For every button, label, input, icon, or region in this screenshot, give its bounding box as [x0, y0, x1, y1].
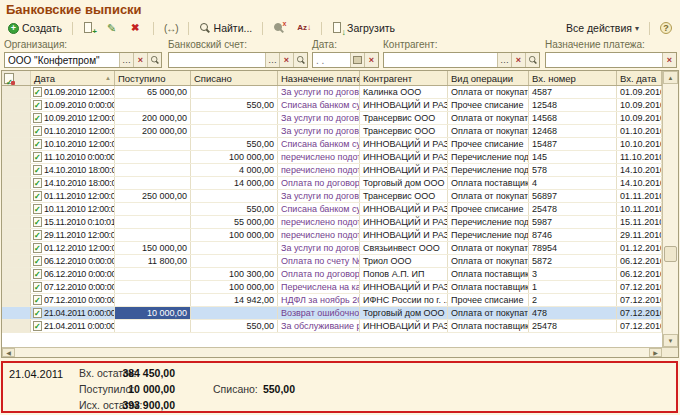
cell-operation[interactable]: Перечисление подот... [448, 216, 529, 228]
cell-date[interactable]: 01.10.2010 12:00:00 [31, 125, 115, 137]
calendar-button[interactable] [350, 53, 364, 67]
cell-operation[interactable]: Оплата от покупателя [448, 190, 529, 202]
row-status-cell[interactable] [2, 125, 31, 137]
open-button[interactable] [147, 53, 161, 67]
cell-in-number[interactable]: 8746 [529, 229, 617, 241]
table-row[interactable]: 10.10.2010 12:00:00550,00Списана банком … [2, 138, 662, 151]
cell-received[interactable]: 150 000,00 [115, 242, 191, 254]
cell-counterparty[interactable]: Связьинвест ООО [360, 242, 448, 254]
cell-purpose[interactable]: Оплата по договору ... [278, 268, 360, 280]
table-row[interactable]: 01.12.2010 12:00:00150 000,00За услуги п… [2, 242, 662, 255]
find-button[interactable]: Найти... [195, 20, 257, 36]
row-status-cell[interactable] [2, 242, 31, 254]
cell-received[interactable] [115, 138, 191, 150]
table-row[interactable]: 11.10.2010 0:00:00100 000,00перечислено … [2, 151, 662, 164]
cell-in-date[interactable]: 10.10.2010 [617, 138, 662, 150]
cell-date[interactable]: 01.12.2010 12:00:00 [31, 242, 115, 254]
cell-in-number[interactable]: 25478 [529, 320, 617, 332]
cell-in-number[interactable]: 3 [529, 268, 617, 280]
load-button[interactable]: ↓ Загрузить [328, 20, 399, 36]
cell-received[interactable] [115, 320, 191, 332]
scroll-left-icon[interactable]: ◀ [2, 348, 15, 357]
cell-written-off[interactable]: 14 942,00 [191, 294, 278, 306]
row-status-cell[interactable] [2, 216, 31, 228]
all-actions-button[interactable]: Все действия ▾ [562, 20, 643, 36]
cell-in-number[interactable]: 56897 [529, 190, 617, 202]
column-header-written-off[interactable]: Списано [191, 71, 278, 85]
cell-written-off[interactable]: 550,00 [191, 320, 278, 332]
cell-purpose[interactable]: За услуги по договор... [278, 190, 360, 202]
cell-written-off[interactable]: 100 000,00 [191, 229, 278, 241]
cell-purpose[interactable]: перечислено подотчет [278, 216, 360, 228]
table-row[interactable]: 21.04.2011 0:00:0010 000,00Возврат ошибо… [2, 307, 662, 320]
table-row[interactable]: 07.12.2010 0:00:0014 942,00НДФЛ за ноябр… [2, 294, 662, 307]
cell-in-date[interactable]: 11.10.2010 [617, 151, 662, 163]
column-header-date[interactable]: Дата▲ [31, 71, 115, 85]
cell-written-off[interactable] [191, 190, 278, 202]
cell-purpose[interactable]: За услуги по договор... [278, 112, 360, 124]
delete-button[interactable]: ✖ [127, 20, 147, 36]
column-header-in-date[interactable]: Вх. дата [617, 71, 662, 85]
cell-counterparty[interactable]: ИННОВАЦИЙ И РАЗ... [360, 164, 448, 176]
table-row[interactable]: 01.10.2010 12:00:00200 000,00За услуги п… [2, 125, 662, 138]
scroll-down-icon[interactable]: ▼ [663, 334, 678, 347]
cell-counterparty[interactable]: ИННОВАЦИЙ И РАЗ... [360, 320, 448, 332]
cell-counterparty[interactable]: Трансервис ООО [360, 125, 448, 137]
cell-operation[interactable]: Прочее списание [448, 99, 529, 111]
cell-in-number[interactable]: 1 [529, 281, 617, 293]
cell-date[interactable]: 06.12.2010 0:00:00 [31, 268, 115, 280]
cell-in-date[interactable]: 10.09.2010 [617, 99, 662, 111]
cell-counterparty[interactable]: Трансервис ООО [360, 190, 448, 202]
cell-in-date[interactable]: 07.12.2010 [617, 307, 662, 319]
edit-button[interactable]: ✎ [103, 20, 123, 36]
row-status-cell[interactable] [2, 268, 31, 280]
row-status-cell[interactable] [2, 164, 31, 176]
cell-purpose[interactable]: За услуги по договор... [278, 242, 360, 254]
horizontal-scrollbar[interactable]: ◀ ▶ [2, 347, 662, 357]
column-header-operation[interactable]: Вид операции [448, 71, 529, 85]
cell-written-off[interactable]: 55 000,00 [191, 216, 278, 228]
cell-counterparty[interactable]: Трансервис ООО [360, 112, 448, 124]
row-status-cell[interactable] [2, 190, 31, 202]
cell-operation[interactable]: Прочее списание [448, 203, 529, 215]
cell-operation[interactable]: Оплата от покупателя [448, 255, 529, 267]
cell-received[interactable] [115, 281, 191, 293]
cell-counterparty[interactable]: ИННОВАЦИЙ И РАЗ... [360, 229, 448, 241]
cell-operation[interactable]: Оплата от покупателя [448, 307, 529, 319]
bank-account-input[interactable] [169, 53, 265, 67]
cell-received[interactable] [115, 203, 191, 215]
cell-received[interactable] [115, 229, 191, 241]
column-header-purpose[interactable]: Назначение платежа [278, 71, 360, 85]
row-status-cell[interactable] [2, 138, 31, 150]
cell-in-number[interactable]: 478 [529, 307, 617, 319]
cell-operation[interactable]: Прочее списание [448, 294, 529, 306]
cell-purpose[interactable]: За услуги по договор... [278, 86, 360, 98]
cell-written-off[interactable]: 14 000,00 [191, 177, 278, 189]
table-row[interactable]: 06.12.2010 0:00:00100 300,00Оплата по до… [2, 268, 662, 281]
cell-in-date[interactable]: 07.12.2010 [617, 281, 662, 293]
table-row[interactable]: 15.11.2010 0:10:0155 000,00перечислено п… [2, 216, 662, 229]
cell-counterparty[interactable]: ИННОВАЦИЙ И РАЗ... [360, 216, 448, 228]
cell-operation[interactable]: Оплата от покупателя [448, 112, 529, 124]
row-status-cell[interactable] [2, 177, 31, 189]
cell-written-off[interactable] [191, 242, 278, 254]
table-row[interactable]: 10.09.2010 12:00:00200 000,00За услуги п… [2, 112, 662, 125]
cell-date[interactable]: 01.11.2010 12:00:00 [31, 190, 115, 202]
row-status-cell[interactable] [2, 307, 31, 319]
cell-written-off[interactable]: 4 000,00 [191, 164, 278, 176]
column-header-counterparty[interactable]: Контрагент [360, 71, 448, 85]
cell-written-off[interactable]: 100 000,00 [191, 151, 278, 163]
cell-in-date[interactable]: 14.10.2010 [617, 164, 662, 176]
cell-written-off[interactable] [191, 255, 278, 267]
table-row[interactable]: 29.11.2010 12:00:00100 000,00перечислено… [2, 229, 662, 242]
cell-in-date[interactable]: 15.11.2010 [617, 216, 662, 228]
cell-in-number[interactable]: 12468 [529, 125, 617, 137]
choose-button[interactable]: … [497, 53, 511, 67]
cancel-search-button[interactable]: x [269, 20, 289, 36]
date-input[interactable] [313, 53, 350, 67]
cell-purpose[interactable]: НДФЛ за ноябрь 20... [278, 294, 360, 306]
cell-written-off[interactable] [191, 112, 278, 124]
table-row[interactable]: 07.12.2010 0:00:00100 000,00Перечислена … [2, 281, 662, 294]
cell-purpose[interactable]: За обслуживание р/... [278, 320, 360, 332]
cell-received[interactable]: 10 000,00 [115, 307, 191, 319]
